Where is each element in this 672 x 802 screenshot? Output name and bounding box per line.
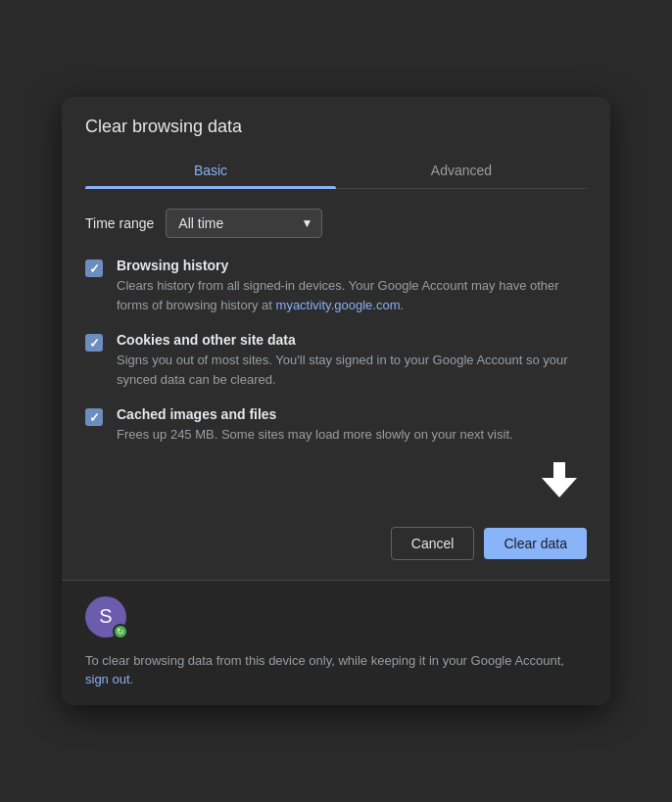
check-icon: ✓ (89, 411, 100, 424)
bottom-text: To clear browsing data from this device … (85, 651, 587, 689)
browsing-history-desc-after: . (400, 298, 404, 312)
arrow-down-icon (542, 462, 577, 497)
check-icon: ✓ (89, 262, 100, 275)
tabs: Basic Advanced (85, 153, 587, 189)
browsing-history-item: ✓ Browsing history Clears history from a… (85, 258, 587, 314)
dialog-header: Clear browsing data Basic Advanced (62, 97, 610, 189)
check-icon: ✓ (89, 337, 100, 350)
dialog-body: Time range All time Last hour Last 24 ho… (62, 189, 610, 523)
time-range-row: Time range All time Last hour Last 24 ho… (85, 209, 587, 238)
browsing-history-desc: Clears history from all signed-in device… (117, 276, 587, 314)
arrow-area (85, 462, 587, 497)
time-range-select-wrapper: All time Last hour Last 24 hours Last 7 … (166, 209, 322, 238)
browsing-history-checkbox[interactable]: ✓ (85, 259, 103, 277)
tab-advanced[interactable]: Advanced (336, 153, 587, 188)
clear-data-button[interactable]: Clear data (484, 528, 587, 559)
dialog-title: Clear browsing data (85, 117, 587, 137)
cached-text: Cached images and files Frees up 245 MB.… (117, 406, 587, 445)
time-range-select[interactable]: All time Last hour Last 24 hours Last 7 … (166, 209, 322, 238)
browsing-history-text: Browsing history Clears history from all… (117, 258, 587, 314)
sync-badge: ↻ (113, 624, 128, 639)
cookies-desc: Signs you out of most sites. You'll stay… (117, 351, 587, 389)
time-range-label: Time range (85, 215, 154, 231)
browsing-history-checkbox-wrapper[interactable]: ✓ (85, 259, 103, 277)
cached-item: ✓ Cached images and files Frees up 245 M… (85, 406, 587, 445)
dialog-footer: Cancel Clear data (62, 523, 610, 580)
cookies-checkbox-wrapper[interactable]: ✓ (85, 334, 103, 352)
avatar: S ↻ (85, 596, 126, 637)
browsing-history-title: Browsing history (117, 258, 587, 273)
overlay: Clear browsing data Basic Advanced Time … (0, 0, 672, 802)
sign-out-link[interactable]: sign out (85, 672, 130, 686)
arrow-shaft (553, 462, 565, 478)
cookies-title: Cookies and other site data (117, 332, 587, 348)
cached-checkbox-wrapper[interactable]: ✓ (85, 408, 103, 426)
bottom-text-before: To clear browsing data from this device … (85, 653, 564, 668)
myactivity-link[interactable]: myactivity.google.com (276, 298, 401, 312)
cached-checkbox[interactable]: ✓ (85, 408, 103, 426)
dialog-bottom: S ↻ To clear browsing data from this dev… (62, 580, 610, 705)
cached-title: Cached images and files (117, 406, 587, 422)
cookies-text: Cookies and other site data Signs you ou… (117, 332, 587, 389)
profile-row: S ↻ (85, 596, 587, 637)
cached-desc: Frees up 245 MB. Some sites may load mor… (117, 425, 587, 445)
tab-basic[interactable]: Basic (85, 153, 336, 188)
bottom-text-after: . (130, 672, 134, 686)
arrow-head (542, 478, 577, 497)
cancel-button[interactable]: Cancel (391, 527, 475, 560)
cookies-checkbox[interactable]: ✓ (85, 334, 103, 352)
cookies-item: ✓ Cookies and other site data Signs you … (85, 332, 587, 389)
avatar-letter: S (99, 605, 112, 628)
dialog: Clear browsing data Basic Advanced Time … (62, 97, 610, 705)
